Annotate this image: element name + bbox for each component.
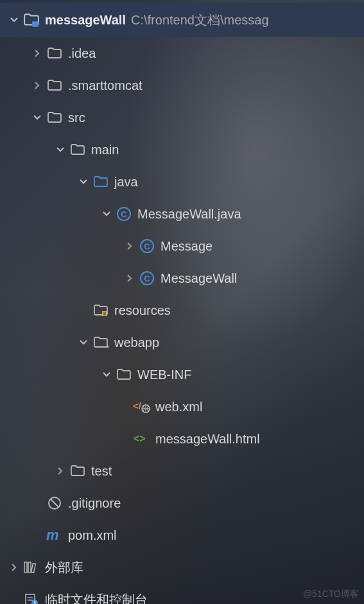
node-label: .idea (68, 46, 96, 61)
svg-text:<>: <> (134, 433, 146, 444)
scratches-icon (22, 592, 41, 604)
node-label: pom.xml (68, 528, 117, 543)
chevron-down-icon (99, 209, 114, 218)
tree-node-messagewall-class[interactable]: C MessageWall (0, 262, 364, 294)
node-label: web.xml (155, 400, 202, 414)
java-class-icon: C (114, 206, 134, 222)
watermark: @51CTO博客 (303, 589, 359, 600)
module-folder-icon (22, 12, 41, 28)
tree-node-resources[interactable]: resources (0, 294, 364, 326)
folder-icon (91, 335, 110, 350)
node-label: 外部库 (45, 559, 83, 576)
java-class-icon: C (137, 238, 157, 254)
resources-folder-icon (91, 303, 110, 318)
chevron-down-icon (99, 370, 114, 379)
tree-node-test[interactable]: test (0, 455, 364, 487)
node-label: java (114, 175, 138, 190)
node-label: .smarttomcat (68, 78, 143, 93)
node-label: 临时文件和控制台 (45, 591, 148, 605)
svg-text:</: </ (133, 400, 142, 411)
folder-icon (68, 142, 87, 157)
svg-rect-16 (31, 564, 36, 573)
tree-node-messagewall-html[interactable]: <> messageWall.html (0, 423, 364, 455)
tree-node-webapp[interactable]: webapp (0, 326, 364, 359)
chevron-down-icon (53, 145, 68, 154)
tree-node-smarttomcat[interactable]: .smarttomcat (0, 69, 364, 102)
tree-node-webinf[interactable]: WEB-INF (0, 359, 364, 391)
node-label: MessageWall (160, 271, 237, 286)
root-name: messageWall (45, 13, 126, 28)
svg-line-12 (51, 499, 58, 507)
folder-icon (114, 367, 134, 382)
chevron-down-icon (76, 177, 91, 186)
node-label: WEB-INF (137, 368, 191, 382)
tree-node-idea[interactable]: .idea (0, 37, 364, 69)
svg-text:C: C (144, 274, 150, 283)
svg-rect-14 (24, 562, 27, 573)
node-label: Message (160, 239, 212, 254)
gitignore-icon (45, 495, 64, 511)
node-label: src (68, 111, 85, 125)
xml-web-icon: </ (132, 399, 152, 414)
node-label: webapp (114, 335, 159, 350)
library-icon (22, 560, 41, 575)
tree-node-external-libs[interactable]: 外部库 (0, 551, 364, 583)
chevron-right-icon (122, 242, 137, 251)
svg-text:C: C (144, 242, 150, 251)
chevron-down-icon (30, 113, 45, 122)
node-label: .gitignore (68, 496, 121, 511)
tree-node-gitignore[interactable]: .gitignore (0, 487, 364, 519)
svg-rect-15 (28, 562, 31, 573)
tree-node-src[interactable]: src (0, 102, 364, 134)
tree-node-pomxml[interactable]: m pom.xml (0, 519, 364, 551)
svg-text:m: m (46, 528, 59, 543)
folder-icon (68, 463, 87, 479)
tree-node-main[interactable]: main (0, 134, 364, 166)
chevron-right-icon (30, 49, 45, 58)
tree-root-node[interactable]: messageWall C:\frontend文档\messag (0, 3, 364, 37)
chevron-right-icon (122, 274, 137, 283)
html-file-icon: <> (132, 431, 152, 447)
source-folder-icon (91, 174, 110, 190)
chevron-down-icon (76, 338, 91, 347)
svg-rect-0 (32, 21, 39, 27)
chevron-right-icon (53, 466, 68, 475)
root-path: C:\frontend文档\messag (131, 12, 269, 29)
folder-icon (45, 110, 64, 125)
project-tree: messageWall C:\frontend文档\messag .idea .… (0, 0, 364, 604)
svg-text:C: C (121, 209, 127, 219)
node-label: MessageWall.java (137, 207, 241, 222)
tree-node-java[interactable]: java (0, 166, 364, 198)
maven-icon: m (45, 528, 64, 543)
tree-node-message-class[interactable]: C Message (0, 230, 364, 262)
folder-icon (45, 46, 64, 61)
node-label: main (91, 143, 119, 157)
node-label: resources (114, 303, 171, 318)
chevron-right-icon (30, 81, 45, 90)
node-label: messageWall.html (155, 432, 260, 447)
chevron-down-icon (6, 15, 22, 24)
chevron-right-icon (6, 563, 22, 572)
java-class-icon: C (137, 271, 157, 286)
tree-node-webxml[interactable]: </ web.xml (0, 391, 364, 423)
folder-icon (45, 78, 64, 93)
tree-node-messagewall-java[interactable]: C MessageWall.java (0, 198, 364, 230)
node-label: test (91, 464, 112, 479)
